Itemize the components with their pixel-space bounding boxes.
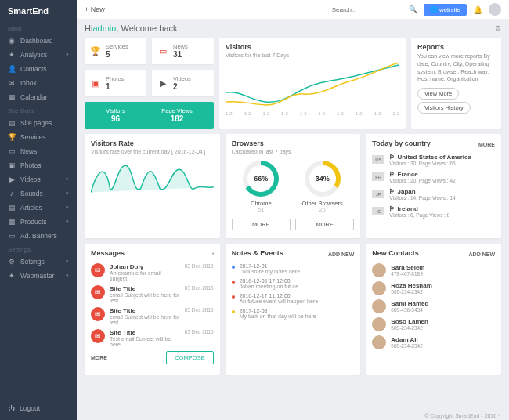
welcome-admin: admin — [92, 24, 116, 33]
contact-row[interactable]: Roza Hesham589-234-2342 — [372, 281, 495, 295]
nav-videos[interactable]: ▶Videos▾ — [0, 172, 77, 186]
view-more-button[interactable]: View More — [417, 88, 459, 100]
contacts-icon: 👤 — [8, 65, 16, 73]
chart-xaxis: 1-21-21-21-21-21-21-21-21-21-2 — [226, 111, 399, 116]
nav-logout[interactable]: ⏻Logout — [0, 401, 77, 415]
settings-gear-icon[interactable]: ⚙ — [495, 24, 501, 32]
nav-label: Articles — [20, 204, 42, 212]
stat-videos: ▶Videos2 — [152, 70, 214, 96]
options-icon[interactable]: ⁝ — [212, 251, 214, 257]
add-new-link[interactable]: ADD NEW — [328, 252, 354, 257]
donut-pct: 34% — [305, 161, 341, 197]
mail-icon: ✉ — [91, 285, 105, 299]
user-avatar[interactable] — [489, 3, 501, 16]
nav-sitepages[interactable]: ▤Site pages — [0, 116, 77, 130]
message-row[interactable]: ✉Johan DolyAn example for email subject0… — [91, 263, 214, 281]
footer-copyright: © Copyright SmartEnd - 2016 · — [424, 413, 500, 418]
messages-card: Messages⁝ ✉Johan DolyAn example for emai… — [85, 244, 220, 375]
note-row[interactable]: 2016-12-17 11:12:00An future event will … — [232, 293, 355, 304]
notifications-icon[interactable]: 🔔 — [473, 5, 482, 14]
contact-row[interactable]: Adam Ali589-234-2342 — [372, 335, 495, 349]
contact-name: Sami Hamed — [391, 300, 428, 307]
note-row[interactable]: 2016-12-05 17:12:00Johan meeting on futu… — [232, 278, 355, 289]
analytics-icon: ✦ — [8, 51, 16, 59]
visitors-history-button[interactable]: Visitors History — [417, 102, 471, 114]
nav-label: Inbox — [20, 79, 37, 87]
message-row[interactable]: ✉Site TitleTest email Subject will be he… — [91, 329, 214, 347]
more-link[interactable]: MORE — [478, 142, 495, 147]
country-stats: Visitors : 6, Page Views : 8 — [389, 212, 449, 218]
contact-name: Soso Lamen — [391, 318, 428, 325]
note-date: 2016-12-17 11:12:00 — [240, 293, 318, 299]
note-date: 2016-12-05 17:12:00 — [240, 278, 299, 284]
search-icon[interactable]: 🔍 — [409, 5, 417, 13]
contact-name: Adam Ali — [391, 336, 422, 343]
more-button[interactable]: MORE — [232, 219, 291, 230]
other-donut: 34%Other Browsers26 — [302, 161, 343, 212]
note-row[interactable]: 2017-12-08My task on that day will be he… — [232, 308, 355, 319]
stat-label: Services — [106, 43, 128, 50]
nav-sounds[interactable]: ♪Sounds▾ — [0, 186, 77, 201]
website-button[interactable]: 🌐 website — [424, 4, 467, 16]
country-name: 🏳 United States of America — [389, 154, 471, 161]
webmaster-icon: ✦ — [8, 272, 16, 280]
nav-services[interactable]: 🏆Services — [0, 130, 77, 144]
contact-phone: 689-436-3434 — [391, 307, 428, 313]
search-input[interactable] — [332, 6, 403, 13]
message-body: An example for email subject — [110, 270, 180, 281]
contacts-card: New ContactsADD NEW Sara Selem478-467-81… — [366, 244, 501, 375]
contact-row[interactable]: Sami Hamed689-436-3434 — [372, 299, 495, 313]
nav-label: Calendar — [20, 93, 48, 101]
contact-row[interactable]: Sara Selem478-467-8189 — [372, 263, 495, 277]
message-date: 03 Dec 2016 — [185, 263, 214, 269]
nav-adbanners[interactable]: ▭Ad. Banners — [0, 229, 77, 243]
note-text: Johan meeting on future — [240, 284, 299, 289]
more-link[interactable]: MORE — [91, 355, 107, 360]
services-icon: 🏆 — [8, 133, 16, 141]
brand-logo: SmartEnd — [0, 3, 77, 22]
note-row[interactable]: 2017-12-01I will store my notes here — [232, 263, 355, 274]
photo-stat-icon: ▣ — [90, 78, 101, 89]
card-title: Visitors Rate — [91, 139, 214, 147]
card-title: Visitors — [226, 43, 399, 51]
donut-pct: 66% — [243, 161, 279, 197]
country-row[interactable]: FR🏳 FranceVisitors : 20, Page Views : 42 — [372, 171, 495, 183]
gear-icon: ⚙ — [8, 258, 16, 266]
contact-phone: 589-234-2342 — [391, 343, 422, 349]
nav-dashboard[interactable]: ◉Dashboard — [0, 34, 77, 48]
avatar — [372, 335, 386, 349]
country-row[interactable]: US🏳 United States of AmericaVisitors : 3… — [372, 154, 495, 166]
browser-count: 51 — [243, 207, 279, 212]
nav-photos[interactable]: ▣Photos — [0, 158, 77, 172]
nav-label: Products — [20, 218, 47, 226]
nav-news[interactable]: ▭News — [0, 144, 77, 158]
new-label: New — [91, 5, 105, 13]
nav-settings[interactable]: ⚙Settings▾ — [0, 255, 77, 269]
country-row[interactable]: IE🏳 IrelandVisitors : 6, Page Views : 8 — [372, 205, 495, 218]
message-row[interactable]: ✉Site Titleemail Subject will be here fo… — [91, 307, 214, 325]
videos-icon: ▶ — [8, 176, 16, 183]
news-stat-icon: ▭ — [157, 45, 168, 56]
note-text: An future event will happen here — [240, 299, 318, 304]
contact-row[interactable]: Soso Lamen589-234-2342 — [372, 317, 495, 331]
nav-section-settings: Settings — [0, 243, 77, 255]
chrome-donut: 66%Chrome51 — [243, 161, 279, 212]
nav-calendar[interactable]: ▦Calendar — [0, 90, 77, 104]
more-button[interactable]: MORE — [295, 219, 354, 230]
nav-label: Webmaster — [20, 272, 54, 280]
banner-icon: ▭ — [8, 232, 16, 240]
new-button[interactable]: + New — [85, 5, 105, 13]
nav-inbox[interactable]: ✉Inbox — [0, 76, 77, 90]
compose-button[interactable]: COMPOSE — [166, 351, 213, 364]
mail-icon: ✉ — [91, 307, 105, 321]
message-date: 03 Dec 2016 — [185, 329, 214, 335]
nav-contacts[interactable]: 👤Contacts — [0, 62, 77, 76]
chevron-down-icon: ▾ — [66, 176, 69, 183]
nav-analytics[interactable]: ✦Analytics▾ — [0, 48, 77, 62]
nav-articles[interactable]: ▤Articles▾ — [0, 201, 77, 215]
nav-products[interactable]: ▦Products▾ — [0, 215, 77, 229]
message-row[interactable]: ✉Site Titleemail Subject will be here fo… — [91, 285, 214, 303]
add-new-link[interactable]: ADD NEW — [469, 252, 495, 257]
country-row[interactable]: JP🏳 JapanVisitors : 14, Page Views : 14 — [372, 188, 495, 201]
nav-webmaster[interactable]: ✦Webmaster▾ — [0, 269, 77, 283]
